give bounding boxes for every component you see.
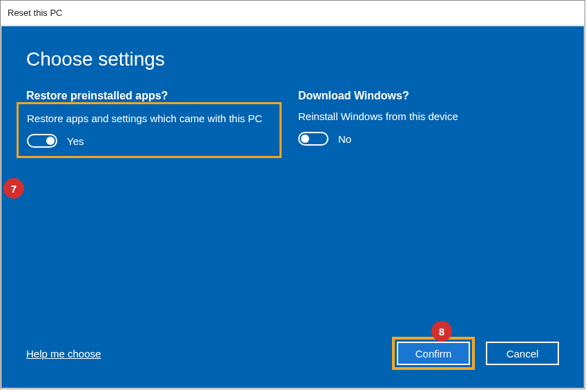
cancel-button[interactable]: Cancel <box>486 342 559 365</box>
confirm-button-highlight: Confirm <box>392 337 475 370</box>
download-windows-block: Download Windows? Reinstall Windows from… <box>298 90 553 158</box>
footer-buttons: Confirm Cancel <box>392 337 559 370</box>
download-windows-toggle[interactable] <box>298 132 329 146</box>
restore-apps-heading: Restore preinstalled apps? <box>26 90 282 102</box>
settings-row: Restore preinstalled apps? Restore apps … <box>26 90 559 158</box>
restore-apps-toggle-row: Yes <box>27 134 271 148</box>
toggle-knob-icon <box>46 137 55 145</box>
help-me-choose-link[interactable]: Help me choose <box>26 348 101 360</box>
footer: Help me choose Confirm Cancel <box>26 337 559 370</box>
reset-pc-window: Reset this PC Choose settings Restore pr… <box>0 0 585 389</box>
download-windows-toggle-row: No <box>298 132 553 146</box>
restore-apps-toggle-label: Yes <box>67 135 84 147</box>
toggle-knob-icon <box>301 135 309 143</box>
download-windows-heading: Download Windows? <box>298 90 553 102</box>
window-titlebar: Reset this PC <box>1 1 585 26</box>
restore-apps-toggle[interactable] <box>27 134 57 148</box>
window-title: Reset this PC <box>8 8 62 18</box>
annotation-badge-8: 8 <box>431 321 452 342</box>
restore-apps-description: Restore apps and settings which came wit… <box>27 111 271 126</box>
annotation-badge-7: 7 <box>3 178 24 199</box>
restore-apps-highlight: Restore apps and settings which came wit… <box>17 102 282 158</box>
restore-apps-block: Restore preinstalled apps? Restore apps … <box>26 90 282 158</box>
content-area: Choose settings Restore preinstalled app… <box>1 26 584 388</box>
confirm-button[interactable]: Confirm <box>397 342 470 365</box>
download-windows-description: Reinstall Windows from this device <box>298 109 553 124</box>
page-title: Choose settings <box>26 48 559 70</box>
download-windows-toggle-label: No <box>338 133 351 145</box>
